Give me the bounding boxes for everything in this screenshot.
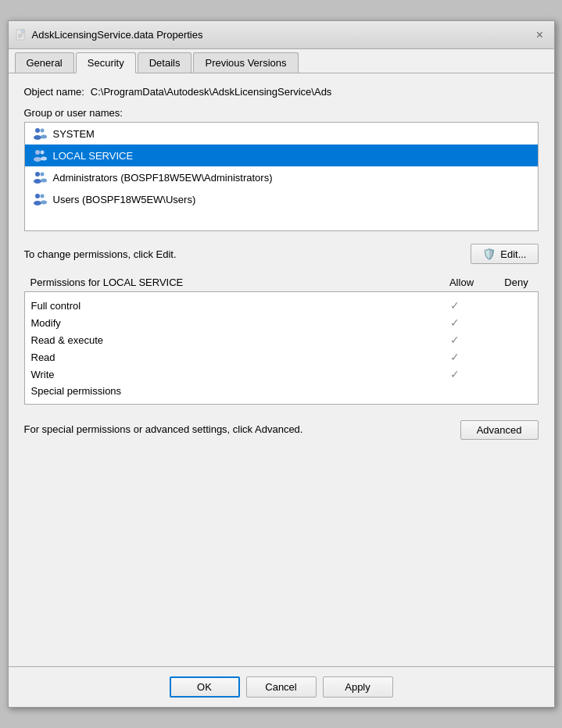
perm-name-read-execute: Read & execute [31, 334, 439, 346]
advanced-row: For special permissions or advanced sett… [24, 420, 539, 440]
perm-checks-full-control: ✓ [439, 299, 525, 312]
perm-deny-write [494, 368, 525, 380]
cancel-button[interactable]: Cancel [246, 676, 317, 698]
properties-dialog: AdskLicensingService.data Properties × G… [8, 20, 555, 708]
tab-security[interactable]: Security [76, 52, 136, 73]
perm-row-read: Read ✓ [31, 348, 532, 366]
user-name-administrators: Administrators (BOSPF18W5EW\Administrato… [53, 172, 273, 184]
svg-point-17 [35, 194, 40, 198]
perm-name-write: Write [31, 369, 439, 380]
permissions-section: Permissions for LOCAL SERVICE Allow Deny… [24, 277, 539, 405]
permissions-header: Permissions for LOCAL SERVICE Allow Deny [24, 277, 539, 288]
user-item-users[interactable]: Users (BOSPF18W5EW\Users) [25, 188, 538, 210]
svg-point-16 [41, 179, 47, 183]
users-icon-system [31, 126, 47, 141]
user-item-local-service[interactable]: LOCAL SERVICE [25, 145, 538, 166]
svg-point-11 [40, 151, 44, 155]
users-icon-administrators [31, 170, 47, 185]
perm-checks-modify: ✓ [439, 316, 525, 329]
perm-row-modify: Modify ✓ [31, 314, 532, 331]
users-listbox[interactable]: SYSTEM LOCAL SERVICE [24, 122, 539, 231]
bottom-bar: OK Cancel Apply [9, 666, 554, 707]
perm-name-modify: Modify [31, 317, 439, 329]
perm-deny-full-control [494, 299, 525, 312]
perm-row-special: Special permissions [31, 383, 532, 399]
tab-bar: General Security Details Previous Versio… [9, 49, 554, 73]
perm-allow-read-execute: ✓ [439, 334, 471, 346]
perm-name-full-control: Full control [31, 300, 439, 312]
user-name-users: Users (BOSPF18W5EW\Users) [53, 194, 196, 205]
advanced-button[interactable]: Advanced [460, 420, 539, 440]
svg-point-20 [41, 201, 47, 205]
perm-allow-full-control: ✓ [439, 299, 471, 312]
object-label: Object name: [24, 86, 84, 98]
perm-row-read-execute: Read & execute ✓ [31, 331, 532, 348]
svg-point-10 [34, 157, 41, 162]
perm-row-full-control: Full control ✓ [31, 297, 532, 314]
perm-deny-modify [494, 316, 525, 329]
permissions-box: Full control ✓ Modify ✓ Read & e [24, 291, 539, 405]
tab-previous-versions[interactable]: Previous Versions [193, 52, 298, 73]
advanced-text: For special permissions or advanced sett… [24, 423, 303, 437]
file-icon [15, 29, 27, 41]
perm-deny-read [494, 351, 525, 363]
users-section-label: Group or user names: [24, 107, 539, 119]
edit-row: To change permissions, click Edit. 🛡️ Ed… [24, 244, 539, 264]
close-button[interactable]: × [532, 27, 548, 43]
svg-point-7 [40, 129, 44, 133]
svg-point-12 [41, 157, 47, 161]
svg-point-19 [40, 194, 44, 198]
tab-general[interactable]: General [15, 52, 74, 73]
perm-allow-write: ✓ [439, 368, 471, 380]
svg-rect-1 [21, 30, 24, 33]
svg-point-6 [34, 135, 41, 140]
perm-name-special: Special permissions [31, 385, 439, 397]
users-icon-local-service [31, 148, 47, 163]
user-item-system[interactable]: SYSTEM [25, 123, 538, 145]
svg-point-14 [34, 179, 41, 184]
perm-checks-read: ✓ [439, 351, 525, 363]
perm-checks-read-execute: ✓ [439, 334, 525, 346]
users-section: Group or user names: SYSTEM [24, 107, 539, 231]
ok-button[interactable]: OK [170, 676, 240, 698]
perm-name-read: Read [31, 352, 439, 363]
edit-button-label: Edit... [500, 248, 526, 260]
edit-button[interactable]: 🛡️ Edit... [471, 244, 538, 264]
perm-allow-read: ✓ [439, 351, 471, 363]
edit-text: To change permissions, click Edit. [24, 248, 177, 260]
perm-checks-write: ✓ [439, 368, 525, 380]
svg-point-8 [41, 135, 47, 139]
user-item-administrators[interactable]: Administrators (BOSPF18W5EW\Administrato… [25, 166, 538, 188]
object-path: C:\ProgramData\Autodesk\AdskLicensingSer… [91, 86, 332, 98]
shield-icon: 🛡️ [482, 248, 496, 260]
user-name-local-service: LOCAL SERVICE [53, 150, 134, 162]
svg-point-5 [35, 128, 40, 133]
svg-point-13 [35, 172, 40, 177]
tab-details[interactable]: Details [138, 52, 192, 73]
object-name-row: Object name: C:\ProgramData\Autodesk\Ads… [24, 86, 539, 98]
main-content: Object name: C:\ProgramData\Autodesk\Ads… [9, 73, 554, 666]
window-title: AdskLicensingService.data Properties [32, 29, 203, 41]
perm-deny-read-execute [494, 334, 525, 346]
col-header-deny: Deny [501, 277, 532, 288]
permissions-title: Permissions for LOCAL SERVICE [30, 277, 184, 288]
perm-allow-modify: ✓ [439, 316, 471, 329]
svg-point-9 [35, 150, 40, 155]
perm-row-write: Write ✓ [31, 366, 532, 383]
title-bar-left: AdskLicensingService.data Properties [15, 29, 203, 41]
col-header-allow: Allow [446, 277, 478, 288]
title-bar: AdskLicensingService.data Properties × [9, 21, 554, 49]
permissions-col-headers: Allow Deny [446, 277, 532, 288]
user-name-system: SYSTEM [53, 128, 95, 140]
svg-point-18 [34, 201, 41, 205]
users-icon-users [31, 191, 47, 207]
svg-point-15 [40, 173, 44, 177]
apply-button[interactable]: Apply [323, 676, 393, 698]
